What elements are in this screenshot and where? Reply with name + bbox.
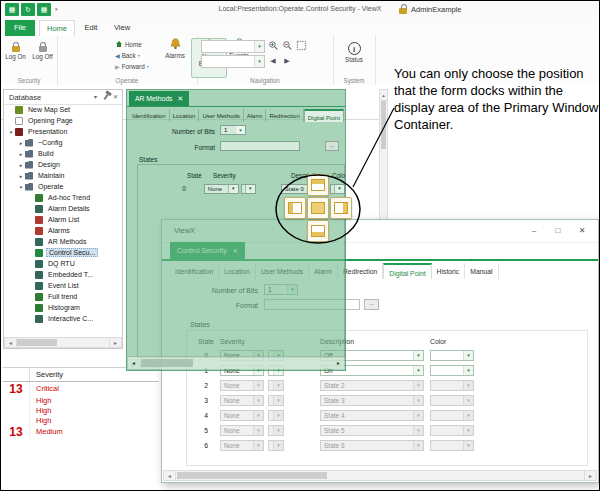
tree-item[interactable]: Opening Page xyxy=(4,115,122,126)
tree-item[interactable]: Histogram xyxy=(4,302,122,313)
tree-item[interactable]: ▾Operate xyxy=(4,181,122,192)
color-select[interactable]: ▼ xyxy=(430,410,474,421)
description-select[interactable]: State 4▼ xyxy=(320,410,424,421)
description-select[interactable]: State 2▼ xyxy=(320,380,424,391)
scroll-up-icon[interactable]: ▲ xyxy=(380,90,387,101)
form-tab-user-methods[interactable]: User Methods xyxy=(199,109,243,122)
tree-item[interactable]: Ad-hoc Trend xyxy=(4,192,122,203)
status-button[interactable]: i Status xyxy=(338,38,370,76)
tab-home[interactable]: Home xyxy=(39,20,75,36)
tree-item[interactable]: DQ RTU xyxy=(4,258,122,269)
tree-item[interactable]: Event List xyxy=(4,280,122,291)
collapsed-arrow-icon[interactable]: ▸ xyxy=(17,173,25,179)
number-of-bits-select[interactable]: 1 ▼ xyxy=(220,125,246,135)
severity-extra-select[interactable]: ▼ xyxy=(268,380,284,391)
navigation-combo[interactable]: ▼ xyxy=(201,40,265,53)
color-select[interactable]: ▼ xyxy=(330,184,345,194)
database-horizontal-scrollbar[interactable]: ◄ ► xyxy=(4,337,122,348)
tree-item[interactable]: ▸Design xyxy=(4,159,122,170)
dock-target-top[interactable] xyxy=(307,174,329,196)
log-on-button[interactable]: Log On xyxy=(3,38,28,76)
tree-item[interactable]: ▾Presentation xyxy=(4,126,122,137)
tree-item[interactable]: Alarm List xyxy=(4,214,122,225)
previous-view-icon[interactable]: ◀ xyxy=(267,55,279,66)
color-select[interactable]: ▼ xyxy=(430,365,474,376)
tab-edit[interactable]: Edit xyxy=(77,20,105,35)
form-tab-location[interactable]: Location xyxy=(170,109,200,122)
next-view-icon[interactable]: ▶ xyxy=(281,55,293,66)
close-tab-icon[interactable]: ✕ xyxy=(177,95,183,103)
tree-item[interactable]: Alarm Details xyxy=(4,203,122,214)
severity-select[interactable]: None▼ xyxy=(220,380,264,391)
color-select[interactable]: ▼ xyxy=(430,425,474,436)
form-tab-alarm[interactable]: Alarm xyxy=(244,109,267,122)
scroll-right-icon[interactable]: ► xyxy=(584,471,596,480)
tree-item[interactable]: New Map Set xyxy=(4,104,122,115)
alarm-row[interactable]: 13Critical xyxy=(3,382,159,395)
tree-item[interactable]: ▸~Config xyxy=(4,137,122,148)
preview-horizontal-scrollbar[interactable]: ◄ ► xyxy=(128,356,344,369)
alarm-row[interactable]: High xyxy=(3,405,159,415)
navigation-scale-combo[interactable]: ▼ xyxy=(201,55,265,68)
log-off-button[interactable]: Log Off xyxy=(30,38,55,76)
dock-target-right[interactable] xyxy=(330,197,352,219)
tree-item[interactable]: Alarms xyxy=(4,225,122,236)
tree-item[interactable]: ▸Maintain xyxy=(4,170,122,181)
scrollbar-thumb[interactable] xyxy=(177,472,327,479)
tree-item[interactable]: Control Secu... xyxy=(4,247,122,258)
home-button[interactable]: Home xyxy=(115,39,157,49)
collapsed-arrow-icon[interactable]: ▸ xyxy=(17,151,25,157)
scroll-right-icon[interactable]: ► xyxy=(333,357,344,369)
maximize-button[interactable]: □ xyxy=(546,220,570,241)
dock-target-bottom[interactable] xyxy=(307,220,329,242)
close-icon[interactable]: ✕ xyxy=(113,93,118,100)
forward-button[interactable]: ▶ Forward ▾ xyxy=(115,61,157,71)
form-tab-identification[interactable]: Identification xyxy=(129,109,170,122)
severity-extra-select[interactable]: ▼ xyxy=(268,395,284,406)
severity-select[interactable]: None▼ xyxy=(220,440,264,451)
expanded-arrow-icon[interactable]: ▾ xyxy=(17,184,25,190)
close-button[interactable]: ✕ xyxy=(570,220,594,241)
dock-target-center[interactable] xyxy=(307,197,329,219)
form-tab-digital-point[interactable]: Digital Point xyxy=(304,109,344,122)
back-button[interactable]: ◀ Back ▾ xyxy=(115,50,157,60)
floating-horizontal-scrollbar[interactable]: ◄ ► xyxy=(163,470,597,481)
dock-target-left[interactable] xyxy=(284,197,306,219)
scrollbar-thumb[interactable] xyxy=(381,101,386,149)
zoom-out-icon[interactable] xyxy=(281,40,293,51)
pin-icon[interactable] xyxy=(103,94,108,100)
severity-select[interactable]: None▼ xyxy=(204,184,239,194)
tab-file[interactable]: File xyxy=(5,20,35,36)
form-tab-manual[interactable]: Manual xyxy=(465,263,498,279)
panel-menu-icon[interactable]: ▾ xyxy=(94,93,97,100)
tree-item[interactable]: ▸Build xyxy=(4,148,122,159)
expanded-arrow-icon[interactable]: ▾ xyxy=(7,129,15,135)
form-tab-redirection[interactable]: Redirection xyxy=(266,109,303,122)
tab-view[interactable]: View xyxy=(108,20,136,35)
scroll-left-icon[interactable]: ◄ xyxy=(164,471,176,480)
severity-extra-select[interactable]: ▼ xyxy=(268,410,284,421)
description-select[interactable]: State 6▼ xyxy=(320,440,424,451)
color-select[interactable]: ▼ xyxy=(430,440,474,451)
tree-item[interactable]: Interactive C... xyxy=(4,313,122,324)
color-select[interactable]: ▼ xyxy=(430,380,474,391)
description-select[interactable]: State 3▼ xyxy=(320,395,424,406)
severity-select[interactable]: None▼ xyxy=(220,410,264,421)
format-browse-button[interactable]: ... xyxy=(364,299,379,310)
severity-select[interactable]: None▼ xyxy=(220,395,264,406)
minimize-button[interactable]: – xyxy=(522,220,546,241)
scroll-left-icon[interactable]: ◄ xyxy=(5,338,17,347)
severity-extra-select[interactable]: ▼ xyxy=(268,425,284,436)
color-select[interactable]: ▼ xyxy=(430,350,474,361)
format-browse-button[interactable]: ... xyxy=(325,141,339,151)
form-tab-historic[interactable]: Historic xyxy=(344,109,345,122)
document-tab-ar-methods[interactable]: AR Methods ✕ xyxy=(129,91,189,106)
alarms-button[interactable]: Alarms xyxy=(161,38,189,76)
color-select[interactable]: ▼ xyxy=(430,395,474,406)
collapsed-arrow-icon[interactable]: ▸ xyxy=(17,140,25,146)
description-select[interactable]: State 5▼ xyxy=(320,425,424,436)
tree-item[interactable]: AR Methods xyxy=(4,236,122,247)
scrollbar-thumb[interactable] xyxy=(141,359,193,367)
form-tab-historic[interactable]: Historic xyxy=(432,263,466,279)
alarm-row[interactable]: High xyxy=(3,415,159,425)
